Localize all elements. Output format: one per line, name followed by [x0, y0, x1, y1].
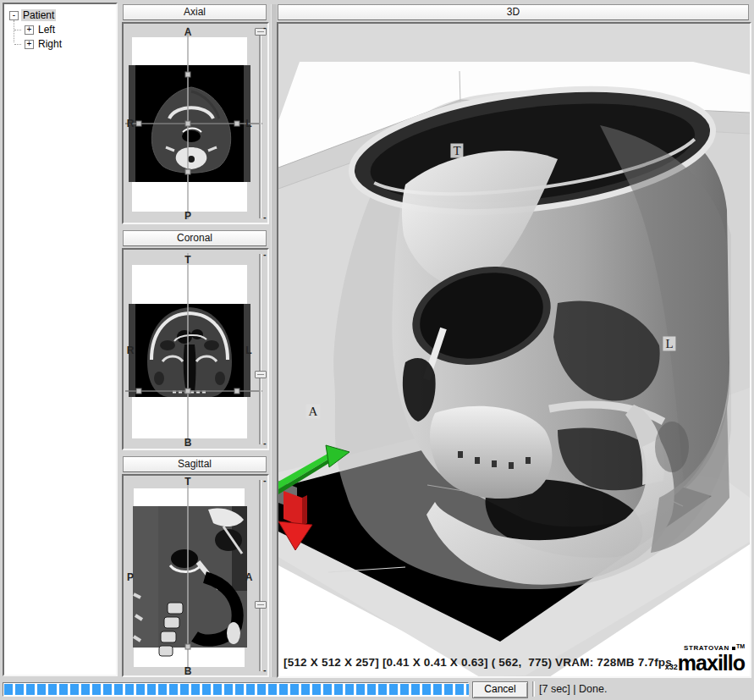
slider-thumb[interactable]	[255, 601, 267, 609]
slider-track	[259, 28, 261, 218]
tree-item-patient-label[interactable]: Patient	[21, 9, 56, 21]
slider-tick: -	[263, 666, 270, 675]
tree-item-left[interactable]: + Left	[4, 23, 116, 37]
slider-tick: -	[263, 439, 270, 448]
patient-tree-panel: - Patient + Left + Right	[3, 3, 118, 676]
slider-track	[259, 254, 261, 444]
slider-tick: -	[263, 477, 270, 485]
slider-tick: -	[263, 213, 270, 222]
coronal-panel-header[interactable]: Coronal	[123, 230, 267, 246]
coronal-slice-slider[interactable]	[255, 252, 266, 446]
application-window: { "tree": { "root_label": "Patient", "co…	[0, 0, 754, 700]
footer-status-text: [7 sec] | Done.	[539, 683, 607, 695]
crosshair-handles[interactable]	[185, 644, 190, 649]
progress-bar	[3, 682, 469, 697]
footer-separator	[532, 681, 535, 697]
3d-viewport[interactable]: T A L [512 X 512 X 257] [0.41 X 0.41 X 0…	[277, 22, 751, 678]
slider-track	[259, 480, 261, 671]
expand-icon[interactable]: +	[25, 40, 34, 49]
cancel-button[interactable]: Cancel	[472, 681, 528, 698]
coronal-ct-image	[124, 250, 264, 449]
coronal-viewport[interactable]: T B R L	[122, 248, 269, 450]
axial-ct-image	[124, 24, 264, 223]
tree-connector	[14, 30, 21, 30]
axial-viewport[interactable]: A P R L	[122, 22, 269, 224]
progress-bar-fill	[4, 684, 469, 695]
panel-splitter[interactable]	[271, 4, 277, 677]
logo-dot-icon	[732, 647, 735, 650]
sagittal-ct-image	[124, 476, 264, 675]
expand-icon[interactable]: +	[25, 25, 34, 35]
slider-tick: -	[263, 251, 270, 259]
sagittal-panel-header[interactable]: Sagittal	[123, 456, 267, 472]
collapse-icon[interactable]: -	[9, 11, 19, 20]
slider-tick: -	[263, 24, 270, 32]
skull-volume	[333, 71, 731, 589]
tree-connector	[14, 44, 21, 45]
logo-trademark: TM	[736, 643, 745, 649]
3d-volume-render	[278, 24, 750, 676]
maxillo-logo: STRATOVANTM x32maxillo	[665, 639, 745, 674]
tree-item-left-label[interactable]: Left	[36, 24, 57, 36]
sagittal-slice-slider[interactable]	[255, 478, 266, 673]
tree-item-right[interactable]: + Right	[4, 37, 116, 52]
3d-panel-header[interactable]: 3D	[278, 4, 749, 20]
sagittal-viewport[interactable]: T B P A	[122, 474, 269, 677]
slider-thumb[interactable]	[255, 371, 267, 378]
render-status-line: [512 X 512 X 257] [0.41 X 0.41 X 0.63] (…	[283, 656, 672, 669]
axial-panel-header[interactable]: Axial	[123, 4, 267, 20]
logo-edition: x32	[665, 663, 678, 671]
logo-product: maxillo	[678, 651, 745, 675]
axial-slice-slider[interactable]	[255, 26, 266, 220]
tree-item-right-label[interactable]: Right	[36, 38, 63, 50]
tree-item-patient[interactable]: - Patient	[4, 8, 116, 23]
